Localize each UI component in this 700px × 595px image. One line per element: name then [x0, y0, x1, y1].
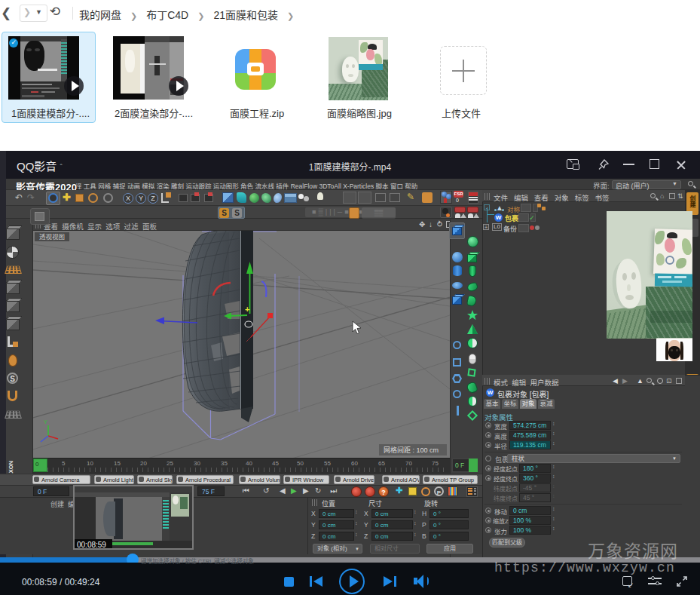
svg-text:+: +	[245, 305, 249, 314]
svg-text:网格间距 : 100 cm: 网格间距 : 100 cm	[384, 446, 439, 454]
svg-text:Y: Y	[44, 419, 47, 425]
